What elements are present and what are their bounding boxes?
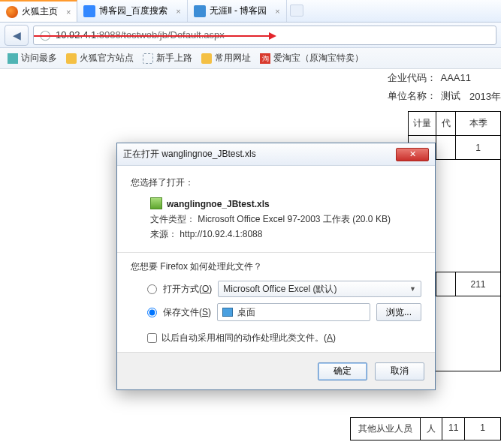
close-button[interactable]: ✕ xyxy=(396,148,429,161)
cell: 11 xyxy=(442,418,465,440)
browse-button[interactable]: 浏览... xyxy=(376,303,421,321)
open-with-select[interactable]: Microsoft Office Excel (默认) ▼ xyxy=(218,281,421,297)
download-dialog: 正在打开 wanglingnoe_JBtest.xls ✕ 您选择了打开： wa… xyxy=(116,143,436,390)
cell: 211 xyxy=(456,272,501,296)
ok-button[interactable]: 确定 xyxy=(318,362,367,380)
folder-icon xyxy=(66,53,77,64)
tab-firefox-home[interactable]: 火狐主页 × xyxy=(0,0,77,22)
dialog-footer: 确定 取消 xyxy=(117,352,435,389)
tab-cnblogs[interactable]: 无涯Ⅱ - 博客园 × xyxy=(188,0,287,22)
save-label: 保存文件(S) xyxy=(163,306,211,319)
bookmark-newbie[interactable]: 新手上路 xyxy=(143,52,192,65)
save-file-option[interactable]: 保存文件(S) 桌面 浏览... xyxy=(147,303,421,321)
tao-icon: 淘 xyxy=(260,53,270,64)
cell: 1 xyxy=(465,418,500,440)
bm-label: 火狐官方站点 xyxy=(80,52,134,65)
bm-label: 爱淘宝（原淘宝特卖） xyxy=(273,52,364,65)
firefox-icon xyxy=(6,6,18,18)
th: 本季 xyxy=(456,112,501,136)
save-radio[interactable] xyxy=(147,308,157,317)
excel-icon xyxy=(150,197,162,209)
open-with-option[interactable]: 打开方式(O) Microsoft Office Excel (默认) ▼ xyxy=(147,281,421,297)
annotation-arrow xyxy=(34,35,274,37)
type-label: 文件类型： xyxy=(150,214,198,224)
page-icon xyxy=(143,53,153,64)
remember-option[interactable]: 以后自动采用相同的动作处理此类文件。(A) xyxy=(147,332,421,344)
chose-label: 您选择了打开： xyxy=(131,176,421,189)
tab-bar: 火狐主页 × 博客园_百度搜索 × 无涯Ⅱ - 博客园 × xyxy=(0,0,501,23)
cell: 人 xyxy=(421,418,442,440)
filename: wanglingnoe_JBtest.xls xyxy=(167,199,270,209)
grid-icon xyxy=(8,53,18,64)
cnblogs-icon xyxy=(194,5,206,17)
bookmark-firefox-site[interactable]: 火狐官方站点 xyxy=(66,52,134,65)
bm-label: 新手上路 xyxy=(156,52,192,65)
row-label: 其他从业人员 xyxy=(351,418,421,440)
address-input[interactable]: ◯ 10.92.4.1:8088/testweb/jb/Default.aspx xyxy=(33,26,496,45)
source-label: 来源： xyxy=(150,229,180,239)
bm-label: 常用网址 xyxy=(215,52,251,65)
tab-label: 博客园_百度搜索 xyxy=(99,5,168,17)
save-location: 桌面 xyxy=(217,303,370,321)
name-label: 单位名称： xyxy=(388,87,436,105)
divider xyxy=(117,252,435,253)
company-meta: 企业代码：AAA11 单位名称：测试 xyxy=(388,69,471,105)
desktop-icon xyxy=(222,308,233,317)
dialog-body: 您选择了打开： wanglingnoe_JBtest.xls 文件类型： Mic… xyxy=(117,166,435,352)
bookmark-aitaobao[interactable]: 淘爱淘宝（原淘宝特卖） xyxy=(260,52,364,65)
chevron-down-icon: ▼ xyxy=(409,285,416,293)
tab-label: 无涯Ⅱ - 博客园 xyxy=(210,5,267,17)
close-icon[interactable]: × xyxy=(66,8,71,17)
name-value: 测试 xyxy=(441,87,460,105)
close-icon[interactable]: × xyxy=(275,7,279,16)
new-tab-button[interactable] xyxy=(290,5,303,17)
bm-label: 访问最多 xyxy=(21,52,57,65)
type-value: Microsoft Office Excel 97-2003 工作表 (20.0… xyxy=(198,214,391,224)
th: 代 xyxy=(436,112,456,136)
back-button[interactable]: ◀ xyxy=(5,25,29,46)
dialog-titlebar[interactable]: 正在打开 wanglingnoe_JBtest.xls ✕ xyxy=(117,143,435,166)
file-info: wanglingnoe_JBtest.xls 文件类型： Microsoft O… xyxy=(150,197,421,242)
source-value: http://10.92.4.1:8088 xyxy=(180,229,262,239)
folder-icon xyxy=(201,53,212,64)
title-prefix: 正在打开 xyxy=(123,149,161,159)
code-value: AAA11 xyxy=(441,69,471,87)
bookmark-common[interactable]: 常用网址 xyxy=(201,52,251,65)
tab-label: 火狐主页 xyxy=(22,5,58,18)
tab-baidu-search[interactable]: 博客园_百度搜索 × xyxy=(77,0,187,22)
cell: 1 xyxy=(456,136,501,160)
url-bar: ◀ ◯ 10.92.4.1:8088/testweb/jb/Default.as… xyxy=(0,23,501,48)
save-location-value: 桌面 xyxy=(237,306,255,319)
baidu-icon xyxy=(83,5,95,17)
th: 计量 xyxy=(409,112,436,136)
close-icon: ✕ xyxy=(409,149,416,158)
bookmark-most-visited[interactable]: 访问最多 xyxy=(8,52,57,65)
title-filename: wanglingnoe_JBtest.xls xyxy=(161,149,255,159)
ask-label: 您想要 Firefox 如何处理此文件？ xyxy=(131,260,421,273)
remember-checkbox[interactable] xyxy=(147,333,157,343)
close-icon[interactable]: × xyxy=(176,7,180,16)
code-label: 企业代码： xyxy=(388,69,436,87)
open-radio[interactable] xyxy=(147,284,157,294)
open-with-value: Microsoft Office Excel (默认) xyxy=(223,283,337,296)
year-label: 2013年 xyxy=(469,90,501,104)
remember-label: 以后自动采用相同的动作处理此类文件。(A) xyxy=(161,332,336,344)
open-label: 打开方式(O) xyxy=(163,283,212,296)
bookmarks-bar: 访问最多 火狐官方站点 新手上路 常用网址 淘爱淘宝（原淘宝特卖） xyxy=(0,48,501,69)
cancel-button[interactable]: 取消 xyxy=(375,362,424,380)
